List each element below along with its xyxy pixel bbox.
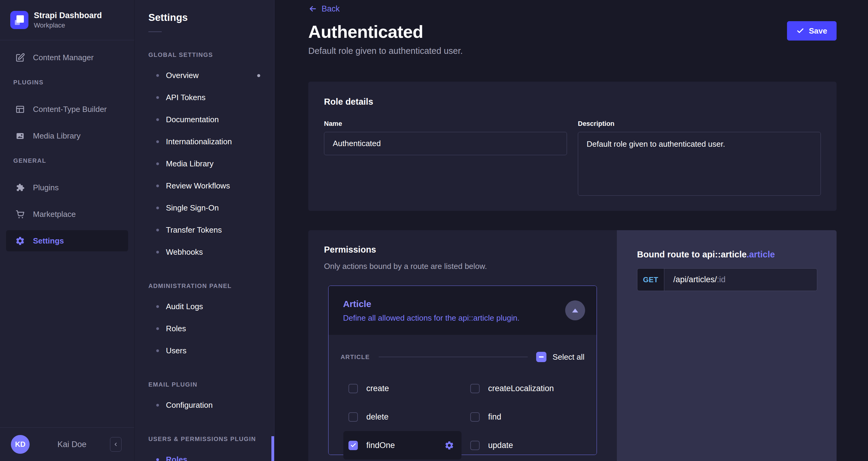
permission-settings-gear-icon[interactable] bbox=[444, 440, 454, 451]
subnav-item-configuration[interactable]: Configuration bbox=[134, 394, 274, 416]
group-label: ARTICLE bbox=[341, 354, 370, 361]
subnav-title: Settings bbox=[148, 11, 274, 24]
bullet-icon bbox=[156, 207, 159, 209]
name-label: Name bbox=[324, 120, 567, 128]
subnav-section-global-settings: GLOBAL SETTINGS bbox=[148, 51, 274, 58]
permissions-grid: create createLocalization delete bbox=[341, 379, 585, 455]
permission-checkbox-create[interactable]: create bbox=[341, 379, 462, 398]
bullet-icon bbox=[156, 251, 159, 254]
description-label: Description bbox=[578, 120, 821, 128]
sidebar-item-label: Content Manager bbox=[33, 53, 94, 62]
role-details-card: Role details Name Description Default ro… bbox=[308, 82, 837, 211]
permission-checkbox-findone[interactable]: findOne bbox=[343, 431, 462, 460]
checkbox-unchecked-icon bbox=[470, 412, 479, 422]
subnav-item-up-roles[interactable]: Roles bbox=[134, 449, 274, 461]
accordion-title: Article bbox=[343, 298, 585, 310]
subnav-item-api-tokens[interactable]: API Tokens bbox=[134, 87, 274, 109]
subnav-item-review-workflows[interactable]: Review Workflows bbox=[134, 175, 274, 197]
bullet-icon bbox=[156, 184, 159, 187]
back-link[interactable]: Back bbox=[308, 3, 340, 15]
sidebar-section-plugins: PLUGINS bbox=[13, 79, 134, 86]
checkbox-unchecked-icon bbox=[348, 384, 358, 393]
subnav-item-documentation[interactable]: Documentation bbox=[134, 109, 274, 131]
chevron-left-icon bbox=[113, 441, 119, 448]
sidebar-item-content-manager[interactable]: Content Manager bbox=[6, 47, 128, 68]
sidebar-item-marketplace[interactable]: Marketplace bbox=[6, 204, 128, 225]
collapse-accordion-button[interactable] bbox=[565, 300, 585, 320]
subnav-item-internationalization[interactable]: Internationalization bbox=[134, 131, 274, 153]
bullet-icon bbox=[156, 140, 159, 143]
http-method-badge: GET bbox=[638, 269, 664, 291]
permission-checkbox-find[interactable]: find bbox=[462, 407, 585, 426]
workspace-switcher[interactable]: Strapi Dashboard Workplace bbox=[0, 0, 134, 40]
permission-checkbox-update[interactable]: update bbox=[462, 436, 585, 455]
bullet-icon bbox=[156, 163, 159, 165]
role-details-heading: Role details bbox=[324, 96, 821, 107]
strapi-logo-icon bbox=[10, 11, 28, 29]
bullet-icon bbox=[156, 327, 159, 330]
pen-icon bbox=[15, 53, 25, 63]
sidebar-item-plugins[interactable]: Plugins bbox=[6, 177, 128, 198]
check-icon bbox=[796, 27, 804, 35]
route-path: /api/articles/:id bbox=[664, 269, 817, 291]
layout-icon bbox=[15, 104, 25, 114]
bound-route-panel: Bound route to api::article.article GET … bbox=[617, 230, 837, 461]
role-name-input[interactable] bbox=[324, 132, 567, 155]
bound-route-title: Bound route to api::article.article bbox=[637, 249, 817, 260]
notification-dot bbox=[257, 74, 260, 77]
role-description-textarea[interactable]: Default role given to authenticated user… bbox=[578, 132, 821, 196]
subnav-item-admin-roles[interactable]: Roles bbox=[134, 318, 274, 340]
subnav-item-webhooks[interactable]: Webhooks bbox=[134, 241, 274, 263]
bullet-icon bbox=[156, 305, 159, 308]
collapse-sidebar-button[interactable] bbox=[110, 437, 122, 452]
main-sidebar: Strapi Dashboard Workplace Content Manag… bbox=[0, 0, 134, 461]
gear-icon bbox=[15, 236, 25, 246]
sidebar-item-content-type-builder[interactable]: Content-Type Builder bbox=[6, 98, 128, 120]
avatar[interactable]: KD bbox=[11, 435, 30, 454]
permission-checkbox-createlocalization[interactable]: createLocalization bbox=[462, 379, 585, 398]
article-accordion: Article Define all allowed actions for t… bbox=[328, 286, 597, 455]
subnav-section-email-plugin: EMAIL PLUGIN bbox=[148, 381, 274, 388]
accordion-description: Define all allowed actions for the api::… bbox=[343, 313, 585, 323]
bullet-icon bbox=[156, 74, 159, 77]
subnav-item-media-library[interactable]: Media Library bbox=[134, 153, 274, 175]
workspace-name: Workplace bbox=[34, 21, 102, 30]
select-all-checkbox[interactable]: Select all bbox=[536, 352, 585, 362]
workspace-info: Strapi Dashboard Workplace bbox=[34, 10, 102, 30]
active-item-indicator bbox=[271, 436, 274, 461]
checkbox-unchecked-icon bbox=[470, 384, 479, 393]
sidebar-item-label: Marketplace bbox=[33, 210, 76, 219]
main-content: Back Authenticated Default role given to… bbox=[274, 0, 868, 461]
divider bbox=[148, 31, 162, 32]
sidebar-item-label: Settings bbox=[33, 236, 64, 246]
description-field-group: Description Default role given to authen… bbox=[578, 120, 821, 197]
sidebar-item-label: Plugins bbox=[33, 183, 59, 192]
sidebar-section-general: GENERAL bbox=[13, 157, 134, 164]
image-icon bbox=[15, 131, 25, 141]
arrow-left-icon bbox=[308, 4, 317, 13]
save-button[interactable]: Save bbox=[787, 21, 837, 40]
app-title: Strapi Dashboard bbox=[34, 10, 102, 21]
subnav-item-single-sign-on[interactable]: Single Sign-On bbox=[134, 197, 274, 219]
sidebar-item-label: Media Library bbox=[33, 131, 81, 141]
permission-checkbox-delete[interactable]: delete bbox=[341, 407, 462, 426]
sidebar-item-media-library[interactable]: Media Library bbox=[6, 125, 128, 146]
route-param: :id bbox=[717, 275, 726, 284]
checkbox-indeterminate-icon bbox=[536, 352, 547, 362]
subnav-item-users[interactable]: Users bbox=[134, 340, 274, 362]
permissions-subtitle: Only actions bound by a route are listed… bbox=[324, 262, 601, 271]
subnav-item-audit-logs[interactable]: Audit Logs bbox=[134, 295, 274, 318]
article-accordion-header[interactable]: Article Define all allowed actions for t… bbox=[329, 286, 597, 335]
bound-route-accent: .article bbox=[746, 250, 775, 259]
chevron-up-icon bbox=[572, 309, 578, 313]
page-title: Authenticated bbox=[308, 22, 837, 42]
name-field-group: Name bbox=[324, 120, 567, 197]
divider bbox=[379, 357, 528, 357]
subnav-item-transfer-tokens[interactable]: Transfer Tokens bbox=[134, 219, 274, 241]
route-display: GET /api/articles/:id bbox=[637, 268, 817, 291]
sidebar-item-settings[interactable]: Settings bbox=[6, 230, 128, 251]
bullet-icon bbox=[156, 349, 159, 352]
subnav-item-overview[interactable]: Overview bbox=[134, 64, 274, 87]
cart-icon bbox=[15, 209, 25, 219]
subnav-section-users-permissions-plugin: USERS & PERMISSIONS PLUGIN bbox=[148, 436, 274, 442]
